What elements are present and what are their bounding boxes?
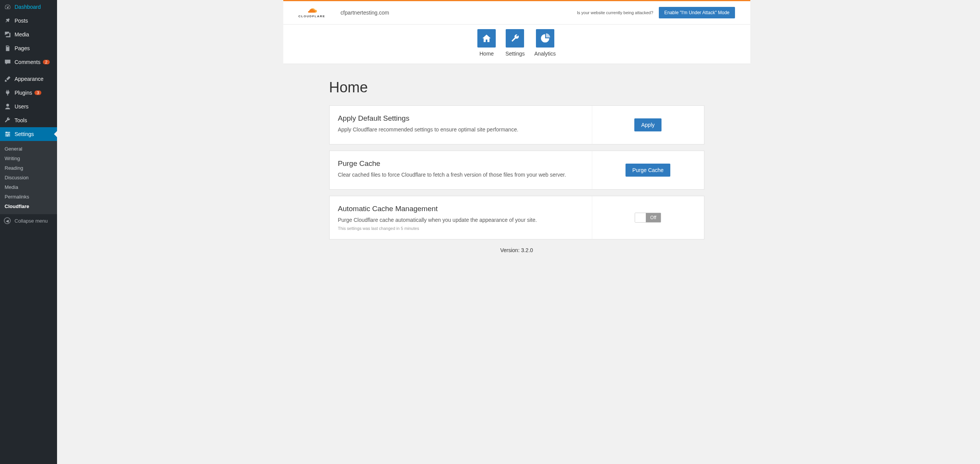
nav-pages[interactable]: Pages [0, 41, 57, 55]
page-title: Home [329, 79, 704, 96]
site-domain: cfpartnertesting.com [341, 10, 389, 16]
plugin-nav: Home Settings Analytics [283, 25, 750, 64]
wrench-icon [510, 33, 520, 43]
nav-tile-settings[interactable]: Settings [505, 29, 525, 57]
nav-tile-settings-label: Settings [505, 51, 525, 57]
nav-tools[interactable]: Tools [0, 113, 57, 127]
sub-writing[interactable]: Writing [0, 154, 57, 163]
admin-sidebar: Dashboard Posts Media Pages Comments 2 A… [0, 0, 57, 269]
card1-title: Apply Default Settings [338, 114, 583, 123]
nav-pages-label: Pages [15, 45, 30, 51]
auto-cache-toggle[interactable]: Off [635, 213, 662, 223]
apply-button[interactable]: Apply [634, 118, 662, 131]
nav-plugins-label: Plugins [15, 90, 32, 96]
nav-media[interactable]: Media [0, 28, 57, 41]
card-auto-cache-management: Automatic Cache Management Purge Cloudfl… [329, 196, 704, 239]
nav-tile-home-label: Home [480, 51, 494, 57]
plugins-badge: 3 [34, 90, 41, 95]
collapse-menu[interactable]: ◀ Collapse menu [0, 214, 57, 227]
collapse-label: Collapse menu [15, 218, 48, 224]
nav-users[interactable]: Users [0, 100, 57, 113]
cloud-icon [306, 8, 318, 15]
card3-note: This settings was last changed in 5 minu… [338, 226, 583, 231]
sub-permalinks[interactable]: Permalinks [0, 192, 57, 202]
purge-cache-button[interactable]: Purge Cache [626, 164, 671, 177]
nav-comments-label: Comments [15, 59, 41, 65]
nav-appearance[interactable]: Appearance [0, 72, 57, 86]
nav-dashboard[interactable]: Dashboard [0, 0, 57, 14]
sub-media[interactable]: Media [0, 182, 57, 192]
toggle-on-side [635, 213, 646, 222]
nav-tile-analytics-label: Analytics [534, 51, 556, 57]
comments-icon [4, 58, 11, 66]
collapse-icon: ◀ [4, 217, 11, 224]
plug-icon [4, 89, 11, 97]
sliders-icon [4, 130, 11, 138]
nav-dashboard-label: Dashboard [15, 4, 41, 10]
cloudflare-brand-text: CLOUDFLARE [299, 15, 325, 18]
toggle-off-label: Off [646, 213, 661, 222]
cloudflare-logo: CLOUDFLARE [299, 8, 325, 18]
nav-users-label: Users [15, 103, 29, 110]
wrench-icon [4, 116, 11, 124]
nav-appearance-label: Appearance [15, 76, 44, 82]
card2-title: Purge Cache [338, 159, 583, 168]
nav-tile-analytics[interactable]: Analytics [534, 29, 556, 57]
comments-badge: 2 [43, 60, 50, 64]
home-icon [482, 33, 492, 43]
sub-cloudflare[interactable]: Cloudflare [0, 202, 57, 211]
card-purge-cache: Purge Cache Clear cached files to force … [329, 151, 704, 190]
analytics-icon [540, 33, 550, 43]
main-content: CLOUDFLARE cfpartnertesting.com Is your … [57, 0, 980, 253]
dashboard-icon [4, 3, 11, 11]
user-icon [4, 103, 11, 110]
card3-desc: Purge Cloudflare cache automatically whe… [338, 217, 583, 223]
brush-icon [4, 75, 11, 83]
nav-plugins[interactable]: Plugins 3 [0, 86, 57, 100]
svg-point-0 [6, 132, 8, 133]
nav-settings-label: Settings [15, 131, 34, 137]
svg-point-2 [7, 135, 8, 137]
card2-desc: Clear cached files to force Cloudflare t… [338, 172, 583, 178]
settings-submenu: General Writing Reading Discussion Media… [0, 141, 57, 214]
pages-icon [4, 44, 11, 52]
card1-desc: Apply Cloudflare recommended settings to… [338, 126, 583, 133]
sub-general[interactable]: General [0, 144, 57, 154]
card-apply-default-settings: Apply Default Settings Apply Cloudflare … [329, 105, 704, 144]
card3-title: Automatic Cache Management [338, 205, 583, 213]
nav-comments[interactable]: Comments 2 [0, 55, 57, 69]
nav-posts[interactable]: Posts [0, 14, 57, 28]
nav-tile-home[interactable]: Home [477, 29, 496, 57]
nav-settings[interactable]: Settings [0, 127, 57, 141]
sub-reading[interactable]: Reading [0, 163, 57, 173]
version-text: Version: 3.2.0 [329, 247, 704, 253]
nav-posts-label: Posts [15, 18, 28, 24]
nav-tools-label: Tools [15, 117, 27, 123]
svg-point-1 [8, 133, 10, 135]
media-icon [4, 31, 11, 38]
cloudflare-topbar: CLOUDFLARE cfpartnertesting.com Is your … [283, 0, 750, 25]
enable-under-attack-button[interactable]: Enable "I'm Under Attack" Mode [659, 7, 735, 18]
pin-icon [4, 17, 11, 25]
sub-discussion[interactable]: Discussion [0, 173, 57, 182]
nav-media-label: Media [15, 31, 29, 38]
attack-question-text: Is your website currently being attacked… [577, 10, 653, 15]
